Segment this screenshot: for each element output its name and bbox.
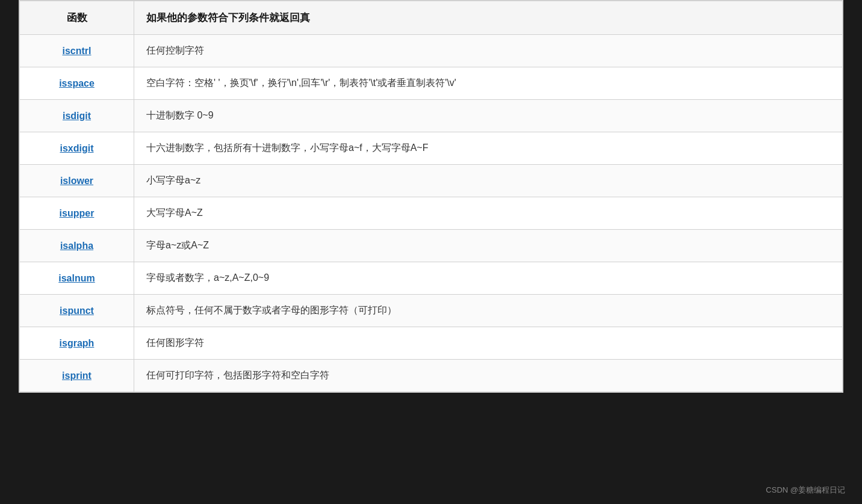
desc-cell: 大写字母A~Z [134, 197, 843, 230]
func-cell: isupper [20, 197, 134, 230]
header-col2: 如果他的参数符合下列条件就返回真 [134, 1, 843, 35]
func-cell: ispunct [20, 295, 134, 327]
func-link-isalpha[interactable]: isalpha [60, 241, 93, 251]
table-row: iscntrl任何控制字符 [20, 35, 843, 67]
desc-cell: 任何图形字符 [134, 327, 843, 360]
func-cell: isxdigit [20, 132, 134, 165]
footer-note: CSDN @姜糖编程日记 [761, 482, 850, 498]
table-row: isupper大写字母A~Z [20, 197, 843, 230]
func-cell: isprint [20, 360, 134, 392]
func-link-iscntrl[interactable]: iscntrl [62, 46, 91, 56]
desc-cell: 字母a~z或A~Z [134, 230, 843, 262]
func-link-islower[interactable]: islower [60, 176, 93, 186]
desc-cell: 空白字符：空格' '，换页'\f'，换行'\n',回车'\r'，制表符'\t'或… [134, 67, 843, 100]
func-cell: isalpha [20, 230, 134, 262]
func-cell: isdigit [20, 100, 134, 132]
desc-cell: 标点符号，任何不属于数字或者字母的图形字符（可打印） [134, 295, 843, 327]
page-wrapper: 函数 如果他的参数符合下列条件就返回真 iscntrl任何控制字符isspace… [0, 0, 862, 504]
func-link-isxdigit[interactable]: isxdigit [60, 143, 93, 153]
func-link-isgraph[interactable]: isgraph [60, 338, 95, 348]
desc-cell: 十进制数字 0~9 [134, 100, 843, 132]
desc-cell: 小写字母a~z [134, 165, 843, 197]
table-row: isdigit十进制数字 0~9 [20, 100, 843, 132]
table-row: ispunct标点符号，任何不属于数字或者字母的图形字符（可打印） [20, 295, 843, 327]
func-link-isspace[interactable]: isspace [59, 78, 95, 88]
func-cell: isgraph [20, 327, 134, 360]
func-cell: isalnum [20, 262, 134, 295]
desc-cell: 十六进制数字，包括所有十进制数字，小写字母a~f，大写字母A~F [134, 132, 843, 165]
table-row: isalpha字母a~z或A~Z [20, 230, 843, 262]
table-header-row: 函数 如果他的参数符合下列条件就返回真 [20, 1, 843, 35]
functions-table: 函数 如果他的参数符合下列条件就返回真 iscntrl任何控制字符isspace… [19, 1, 843, 392]
desc-cell: 字母或者数字，a~z,A~Z,0~9 [134, 262, 843, 295]
func-link-isupper[interactable]: isupper [60, 208, 95, 218]
table-row: isxdigit十六进制数字，包括所有十进制数字，小写字母a~f，大写字母A~F [20, 132, 843, 165]
func-link-ispunct[interactable]: ispunct [60, 306, 94, 316]
func-cell: isspace [20, 67, 134, 100]
func-cell: iscntrl [20, 35, 134, 67]
table-row: islower小写字母a~z [20, 165, 843, 197]
desc-cell: 任何控制字符 [134, 35, 843, 67]
func-cell: islower [20, 165, 134, 197]
func-link-isalnum[interactable]: isalnum [58, 273, 95, 283]
table-row: isalnum字母或者数字，a~z,A~Z,0~9 [20, 262, 843, 295]
table-row: isspace空白字符：空格' '，换页'\f'，换行'\n',回车'\r'，制… [20, 67, 843, 100]
table-row: isgraph任何图形字符 [20, 327, 843, 360]
func-link-isdigit[interactable]: isdigit [63, 111, 91, 121]
table-container: 函数 如果他的参数符合下列条件就返回真 iscntrl任何控制字符isspace… [19, 0, 843, 393]
desc-cell: 任何可打印字符，包括图形字符和空白字符 [134, 360, 843, 392]
header-col1: 函数 [20, 1, 134, 35]
table-row: isprint任何可打印字符，包括图形字符和空白字符 [20, 360, 843, 392]
func-link-isprint[interactable]: isprint [62, 370, 91, 381]
